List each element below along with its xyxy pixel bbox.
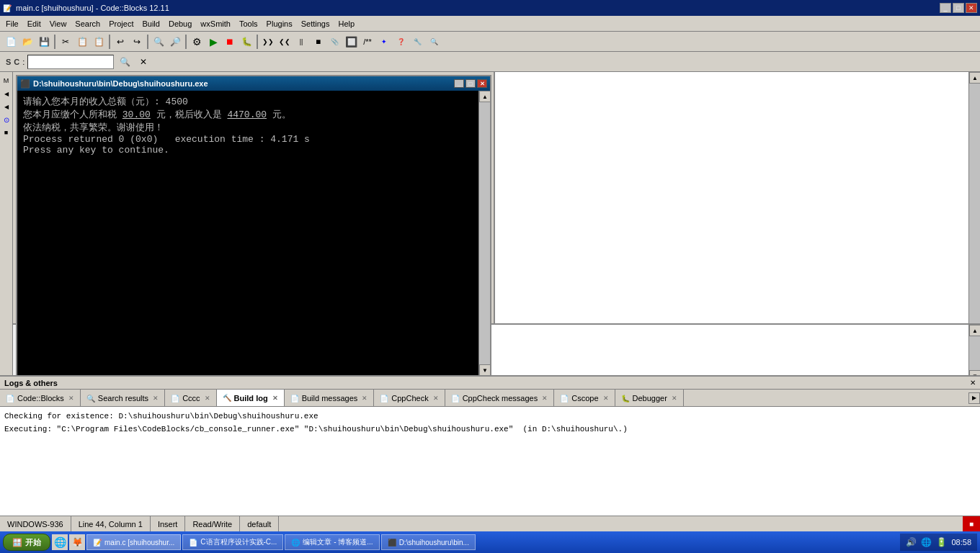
tb-btn-g[interactable]: /** — [360, 34, 375, 50]
tb-new[interactable]: 📄 — [3, 34, 19, 50]
tb-btn-j[interactable]: 🔧 — [409, 34, 425, 50]
tab-scroll-right[interactable]: ▶ — [968, 390, 980, 406]
tab-buildlog-close[interactable]: ✕ — [272, 395, 278, 402]
status-error-indicator: ■ — [963, 516, 980, 531]
sc-clear-btn[interactable]: ✕ — [135, 54, 151, 70]
vscroll-up[interactable]: ▲ — [479, 91, 490, 102]
taskbar-icon-2: 📄 — [189, 539, 197, 547]
right-vscroll-up[interactable]: ▲ — [969, 72, 980, 84]
tb-paste[interactable]: 📋 — [91, 34, 107, 50]
logs-content[interactable]: Checking for existence: D:\shuihoushuru\… — [0, 407, 980, 516]
menu-edit[interactable]: Edit — [23, 18, 45, 30]
taskbar-item-1[interactable]: 📝 main.c [shuihoushur... — [86, 534, 181, 550]
tb-debug[interactable]: 🐛 — [239, 34, 254, 50]
tb-btn-a[interactable]: ❯❯ — [260, 34, 276, 50]
tb-btn-d[interactable]: ⏹ — [310, 34, 326, 50]
tab-search-close[interactable]: ✕ — [153, 395, 159, 402]
tb-settings[interactable]: ⚙ — [189, 34, 205, 50]
tb-btn-e[interactable]: 📎 — [326, 34, 342, 50]
taskbar-item-3[interactable]: 🌐 编辑文章 - 博客频道... — [285, 534, 379, 550]
tab-buildmsg-close[interactable]: ✕ — [362, 395, 368, 402]
taskbar-item-2[interactable]: 📄 C语言程序设计实践-C... — [182, 534, 283, 550]
sidebar-icon-2[interactable]: ◀ — [1, 88, 12, 99]
tab-cppcheck[interactable]: 📄 CppCheck ✕ — [374, 390, 445, 407]
tab-build-messages[interactable]: 📄 Build messages ✕ — [285, 390, 375, 407]
tab-cscope-close[interactable]: ✕ — [603, 395, 609, 402]
close-button[interactable]: ✕ — [966, 3, 977, 13]
tab-buildlog-icon: 🔨 — [223, 394, 231, 402]
sidebar-icon-4[interactable]: ⊙ — [1, 114, 12, 125]
console-maximize[interactable]: □ — [466, 79, 476, 88]
tab-cccc-close[interactable]: ✕ — [205, 395, 210, 402]
sc-input[interactable] — [27, 55, 114, 69]
tb-save[interactable]: 💾 — [36, 34, 52, 50]
menu-build[interactable]: Build — [138, 18, 164, 30]
tb-stop[interactable]: ⏹ — [222, 34, 238, 50]
sep3 — [147, 35, 148, 49]
tb-btn-h[interactable]: ✦ — [376, 34, 392, 50]
tb-replace[interactable]: 🔎 — [167, 34, 183, 50]
menu-settings[interactable]: Settings — [297, 18, 334, 30]
tab-debugger[interactable]: 🐛 Debugger ✕ — [615, 390, 684, 407]
taskbar-icon-1: 📝 — [93, 539, 102, 547]
tab-cppcheck-close[interactable]: ✕ — [433, 395, 439, 402]
tb-btn-k[interactable]: 🔍 — [426, 34, 442, 50]
tab-build-log[interactable]: 🔨 Build log ✕ — [217, 390, 285, 407]
config-text: default — [247, 520, 271, 529]
tb-find[interactable]: 🔍 — [151, 34, 166, 50]
taskbar-ie-btn[interactable]: 🌐 — [52, 534, 68, 550]
tb-open[interactable]: 📂 — [19, 34, 35, 50]
encoding-text: WINDOWS-936 — [7, 520, 63, 529]
taskbar-label-1: main.c [shuihoushur... — [104, 539, 174, 547]
logs-close-btn[interactable]: ✕ — [970, 379, 976, 387]
console-body[interactable]: 请输入您本月的收入总额（元）: 4500 您本月应缴个人所和税 30.00 元，… — [17, 91, 478, 376]
tab-codeblocks-label: Code::Blocks — [17, 394, 64, 403]
taskbar-item-4[interactable]: ⬛ D:\shuihoushuru\bin... — [381, 534, 476, 550]
console-line-3: 依法纳税，共享繁荣。谢谢使用！ — [23, 121, 473, 134]
tb-copy[interactable]: 📋 — [74, 34, 90, 50]
tb-cut[interactable]: ✂ — [58, 34, 74, 50]
menu-tools[interactable]: Tools — [235, 18, 262, 30]
tab-codeblocks-close[interactable]: ✕ — [68, 395, 74, 402]
code-vscroll-track[interactable] — [969, 336, 980, 370]
menu-view[interactable]: View — [45, 18, 71, 30]
console-minimize[interactable]: _ — [454, 79, 464, 88]
minimize-button[interactable]: _ — [940, 3, 951, 13]
sc-search-btn[interactable]: 🔍 — [117, 54, 133, 70]
tabs-scroll-btn[interactable]: ▶ — [968, 392, 980, 404]
tb-btn-c[interactable]: || — [293, 34, 309, 50]
tb-btn-b[interactable]: ❮❮ — [277, 34, 293, 50]
sidebar-icon-1[interactable]: M — [1, 75, 12, 86]
menu-plugins[interactable]: Plugins — [262, 18, 297, 30]
menu-project[interactable]: Project — [104, 18, 138, 30]
vscroll-track[interactable] — [479, 102, 490, 364]
console-close[interactable]: ✕ — [477, 79, 487, 88]
logs-tabs: 📄 Code::Blocks ✕ 🔍 Search results ✕ 📄 Cc… — [0, 390, 980, 407]
sidebar-icon-5[interactable]: ■ — [1, 127, 12, 138]
tab-cscope[interactable]: 📄 Cscope ✕ — [554, 390, 615, 407]
tab-debugger-close[interactable]: ✕ — [672, 395, 677, 402]
tb-undo[interactable]: ↩ — [112, 34, 128, 50]
sidebar-icon-3[interactable]: ◀ — [1, 101, 12, 112]
vscroll-down[interactable]: ▼ — [479, 364, 490, 376]
menu-help[interactable]: Help — [334, 18, 359, 30]
code-vscroll-up[interactable]: ▲ — [969, 325, 980, 336]
tab-search-results[interactable]: 🔍 Search results ✕ — [81, 390, 165, 407]
tab-cccc[interactable]: 📄 Cccc ✕ — [165, 390, 216, 407]
tb-redo[interactable]: ↪ — [129, 34, 145, 50]
menu-search[interactable]: Search — [71, 18, 104, 30]
console-title-bar: ⬛ D:\shuihoushuru\bin\Debug\shuihoushuru… — [17, 76, 490, 91]
tab-codeblocks[interactable]: 📄 Code::Blocks ✕ — [0, 390, 81, 407]
tb-build-run[interactable]: ▶ — [205, 34, 221, 50]
tb-btn-i[interactable]: ❓ — [393, 34, 409, 50]
tab-cppcheck-messages[interactable]: 📄 CppCheck messages ✕ — [445, 390, 555, 407]
menu-debug[interactable]: Debug — [164, 18, 196, 30]
taskbar-browser-btn[interactable]: 🦊 — [69, 534, 85, 550]
menu-file[interactable]: File — [1, 18, 23, 30]
maximize-button[interactable]: □ — [953, 3, 964, 13]
tb-btn-f[interactable]: 🔲 — [343, 34, 359, 50]
tab-cppchkmsg-close[interactable]: ✕ — [542, 395, 548, 402]
start-button[interactable]: 🪟 开始 — [3, 534, 50, 551]
menu-wxsmith[interactable]: wxSmith — [196, 18, 235, 30]
console-vscroll: ▲ ▼ — [478, 91, 490, 376]
